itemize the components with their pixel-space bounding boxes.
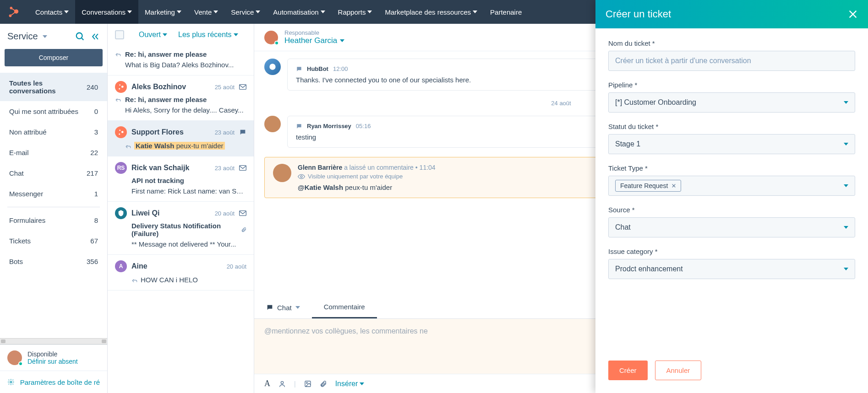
sprocket-avatar-icon [115,81,127,93]
pipeline-label: Pipeline * [608,81,855,89]
envelope-icon [239,165,246,171]
composer-tab-comment[interactable]: Commentaire [312,296,377,318]
svg-line-4 [10,11,16,16]
sidebar-item-all[interactable]: Toutes les conversations240 [0,73,107,101]
chat-icon [239,129,246,136]
bot-avatar-icon [264,59,281,75]
image-icon[interactable] [304,380,311,388]
sidebar-item-tickets[interactable]: Tickets67 [0,231,107,251]
search-icon[interactable] [75,32,85,42]
compose-button[interactable]: Composer [5,49,103,66]
svg-point-10 [119,88,120,90]
conversation-item[interactable]: A Aine 20 août HOW CAN i HELO [108,255,254,291]
contact-avatar: A [115,260,127,272]
inbox-sidebar: Service Composer Toutes les conversation… [0,24,108,393]
issue-category-select[interactable]: Prodct enhancement [608,259,855,279]
sidebar-item-forms[interactable]: Formulaires8 [0,210,107,231]
svg-point-19 [281,381,283,383]
create-button[interactable]: Créer [608,361,648,380]
online-status-icon [274,41,279,45]
attachment-icon [241,226,246,233]
sprocket-avatar-icon [115,126,127,138]
svg-point-9 [121,86,124,88]
ticket-type-chip[interactable]: Feature Request [615,180,681,192]
svg-point-21 [306,382,307,383]
svg-point-7 [10,381,12,383]
sidebar-item-email[interactable]: E-mail22 [0,142,107,163]
nav-reports[interactable]: Rapports [332,0,379,24]
ticket-type-label: Ticket Type * [608,164,855,172]
conversation-item[interactable]: Support Flores 23 août Katie Walsh peux-… [108,121,254,156]
select-all-checkbox[interactable] [115,30,124,39]
pipeline-select[interactable]: [*] Customer Onboarding [608,92,855,113]
chat-icon [266,304,273,311]
attachment-icon[interactable] [320,380,327,388]
nav-marketing[interactable]: Marketing [138,0,188,24]
svg-rect-11 [240,85,246,90]
panel-title: Créer un ticket [606,8,671,20]
envelope-icon [239,84,246,90]
envelope-icon [239,210,246,216]
reply-icon [131,277,138,284]
nav-sales[interactable]: Vente [188,0,224,24]
source-select[interactable]: Chat [608,217,855,237]
nav-marketplace[interactable]: Marketplace des ressources [378,0,484,24]
conversation-list: Ouvert Les plus récents Re: hi, answer m… [108,24,254,393]
ticket-type-select[interactable]: Feature Request [608,176,855,196]
issue-category-label: Issue category * [608,248,855,255]
status-filter[interactable]: Ouvert [139,31,167,39]
conversation-item[interactable]: Aleks Bozhinov 25 août Re: hi, answer me… [108,75,254,121]
nav-service[interactable]: Service [224,0,267,24]
sidebar-scrollbar[interactable] [0,338,107,345]
create-ticket-panel: Créer un ticket Nom du ticket * Pipeline… [595,0,868,393]
conversation-item[interactable]: Liwei Qi 20 août Delivery Status Notific… [108,202,254,255]
sidebar-item-assigned[interactable]: Qui me sont attribuées0 [0,101,107,122]
nav-partner[interactable]: Partenaire [484,0,528,24]
sidebar-item-unassigned[interactable]: Non attribué3 [0,122,107,142]
sidebar-item-messenger[interactable]: Messenger1 [0,183,107,204]
sidebar-item-chat[interactable]: Chat217 [0,163,107,183]
conversation-item[interactable]: Re: hi, answer me please What is Big Dat… [108,46,254,75]
composer-tab-chat[interactable]: Chat [254,296,312,318]
cancel-button[interactable]: Annuler [655,361,702,380]
svg-point-17 [269,64,275,70]
inbox-switcher[interactable]: Service [7,31,70,42]
contact-avatar: RS [115,162,127,174]
inbox-settings-link[interactable]: Paramètres de boîte de ré [0,371,107,393]
status-select[interactable]: Stage 1 [608,134,855,154]
nav-conversations[interactable]: Conversations [75,0,138,24]
collapse-icon[interactable] [91,32,100,41]
nav-automation[interactable]: Automatisation [267,0,331,24]
presence-toggle[interactable]: Définir sur absent [27,358,78,365]
gear-icon [7,377,15,387]
svg-rect-16 [240,211,246,216]
personalize-icon[interactable] [278,380,286,388]
reply-icon [115,51,121,58]
remove-chip-icon[interactable] [671,183,676,188]
hubspot-logo-icon [7,5,20,18]
svg-line-6 [82,38,84,40]
owner-picker[interactable]: Heather Garcia [284,36,344,45]
insert-menu[interactable]: Insérer [335,380,365,388]
eye-icon [298,174,305,179]
close-icon[interactable] [848,9,858,19]
ticket-name-input[interactable] [608,51,855,71]
presence-status: Disponible [27,350,78,358]
svg-point-13 [121,131,124,133]
svg-point-5 [76,32,82,38]
reply-icon [115,97,121,103]
conversation-item[interactable]: RS Rick van Schaijk 23 août API not trac… [108,156,254,202]
font-style-icon[interactable]: A [264,379,270,388]
svg-point-8 [119,84,120,86]
nav-contacts[interactable]: Contacts [29,0,75,24]
svg-point-12 [119,129,120,131]
sidebar-item-bots[interactable]: Bots356 [0,251,107,272]
chat-icon [296,66,302,72]
online-status-icon [18,361,23,366]
status-label: Statut du ticket * [608,123,855,130]
sort-filter[interactable]: Les plus récents [178,31,238,39]
contact-avatar-icon [264,116,281,132]
owner-label: Responsable [284,29,344,36]
reply-icon [125,143,131,150]
svg-point-18 [300,176,302,178]
